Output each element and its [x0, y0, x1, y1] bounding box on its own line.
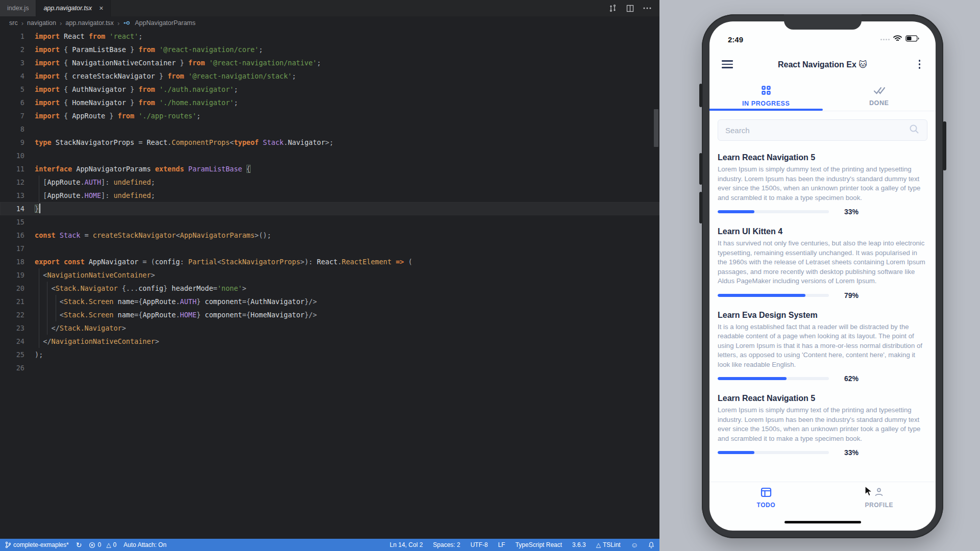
grid-icon: [761, 85, 771, 97]
kebab-menu-icon[interactable]: [916, 58, 924, 71]
indentation-indicator[interactable]: Spaces: 2: [433, 541, 460, 548]
line-number: 14: [0, 202, 24, 215]
feedback-smiley[interactable]: ☺: [631, 541, 638, 549]
search-field[interactable]: [718, 119, 927, 141]
breadcrumb-item-file[interactable]: app.navigator.tsx: [65, 19, 114, 27]
cellular-signal-icon: [880, 39, 890, 40]
home-indicator[interactable]: [785, 521, 861, 523]
breadcrumb-item-src[interactable]: src: [9, 19, 18, 27]
tab-in-progress[interactable]: IN PROGRESS: [709, 82, 823, 111]
code-text: }: [35, 202, 39, 215]
code-line[interactable]: 15: [0, 215, 659, 229]
progress-fill: [718, 377, 787, 380]
progress-row: 62%: [718, 374, 927, 383]
notifications-bell[interactable]: [648, 541, 654, 548]
line-number: 23: [0, 321, 24, 335]
breadcrumb-item-navigation[interactable]: navigation: [27, 19, 56, 27]
code-line[interactable]: 10: [0, 149, 659, 162]
line-number: 13: [0, 189, 24, 202]
code-line[interactable]: 21 <Stack.Screen name={AppRoute.AUTH} co…: [0, 295, 659, 308]
line-number: 11: [0, 162, 24, 176]
code-line[interactable]: 3import { NavigationNativeContainer } fr…: [0, 56, 659, 69]
code-line[interactable]: 8: [0, 122, 659, 136]
code-line[interactable]: 9type StackNavigatorProps = React.Compon…: [0, 136, 659, 149]
problems-indicator[interactable]: 0 △ 0: [89, 541, 116, 548]
tab-app-navigator-tsx[interactable]: app.navigator.tsx ×: [36, 0, 111, 16]
line-number: 15: [0, 215, 24, 229]
code-line[interactable]: 1import React from 'react';: [0, 30, 659, 43]
smiley-icon: ☺: [631, 541, 638, 549]
line-number: 19: [0, 268, 24, 282]
split-editor-icon[interactable]: [626, 5, 634, 12]
cursor-position[interactable]: Ln 14, Col 2: [390, 541, 423, 548]
warning-icon: △: [596, 541, 601, 548]
breadcrumb-item-symbol[interactable]: AppNavigatorParams: [135, 19, 195, 27]
code-line[interactable]: 17: [0, 242, 659, 255]
code-text: import { ParamListBase } from '@react-na…: [35, 43, 263, 56]
sync-button[interactable]: ↻: [76, 541, 82, 549]
todo-card[interactable]: Learn Eva Design SystemIt is a long esta…: [709, 304, 936, 387]
close-icon[interactable]: ×: [99, 4, 103, 12]
code-line[interactable]: 13 [AppRoute.HOME]: undefined;: [0, 189, 659, 202]
code-line[interactable]: 12 [AppRoute.AUTH]: undefined;: [0, 176, 659, 189]
eol-indicator[interactable]: LF: [498, 541, 505, 548]
code-line[interactable]: 6import { HomeNavigator } from './home.n…: [0, 96, 659, 109]
progress-row: 79%: [718, 291, 927, 299]
code-line[interactable]: 5import { AuthNavigator } from './auth.n…: [0, 83, 659, 96]
todo-card[interactable]: Learn React Navigation 5Lorem Ipsum is s…: [709, 387, 936, 461]
code-text: <NavigationNativeContainer>: [35, 268, 155, 282]
code-line[interactable]: 25);: [0, 348, 659, 361]
code-line[interactable]: 4import { createStackNavigator } from '@…: [0, 69, 659, 83]
code-line[interactable]: 23 </Stack.Navigator>: [0, 321, 659, 335]
todo-card[interactable]: Learn UI Kitten 4It has survived not onl…: [709, 220, 936, 304]
git-branch-icon: [5, 541, 11, 548]
todo-description: Lorem Ipsum is simply dummy text of the …: [718, 165, 927, 203]
page-title: React Navigation Ex 🐱: [709, 60, 936, 69]
silence-switch: [699, 84, 702, 107]
code-text: );: [35, 348, 43, 361]
code-text: import React from 'react';: [35, 30, 142, 43]
code-line[interactable]: 22 <Stack.Screen name={AppRoute.HOME} co…: [0, 308, 659, 321]
code-line[interactable]: 24 </NavigationNativeContainer>: [0, 335, 659, 348]
code-line[interactable]: 2import { ParamListBase } from '@react-n…: [0, 43, 659, 56]
tslint-indicator[interactable]: △ TSLint: [596, 541, 621, 548]
code-line[interactable]: 18export const AppNavigator = (config: P…: [0, 255, 659, 268]
editor-scrollbar[interactable]: [654, 109, 658, 147]
progress-fill: [718, 451, 754, 454]
git-branch-indicator[interactable]: complete-exmaples*: [5, 541, 69, 548]
ts-version[interactable]: 3.6.3: [572, 541, 586, 548]
search-input[interactable]: [725, 126, 909, 135]
todo-card[interactable]: Learn React Navigation 5Lorem Ipsum is s…: [709, 146, 936, 220]
code-text: <Stack.Navigator {...config} headerMode=…: [35, 282, 247, 295]
menu-icon[interactable]: [722, 60, 733, 68]
language-mode[interactable]: TypeScript React: [516, 541, 562, 548]
auto-attach-indicator[interactable]: Auto Attach: On: [124, 541, 166, 548]
code-text: const Stack = createStackNavigator<AppNa…: [35, 229, 271, 242]
person-icon: [874, 487, 884, 499]
code-line[interactable]: 7import { AppRoute } from './app-routes'…: [0, 109, 659, 122]
nav-item-todo[interactable]: TODO: [709, 482, 823, 513]
code-editor[interactable]: 1import React from 'react';2import { Par…: [0, 30, 659, 539]
code-line[interactable]: 11interface AppNavigatorParams extends P…: [0, 162, 659, 176]
error-icon: [89, 542, 95, 548]
tab-index-js[interactable]: index.js: [0, 0, 36, 16]
code-text: <Stack.Screen name={AppRoute.AUTH} compo…: [35, 295, 317, 308]
encoding-indicator[interactable]: UTF-8: [471, 541, 488, 548]
app-top-bar: React Navigation Ex 🐱: [709, 47, 936, 82]
code-line[interactable]: 19 <NavigationNativeContainer>: [0, 268, 659, 282]
more-actions-icon[interactable]: [643, 7, 651, 9]
open-changes-icon[interactable]: [609, 4, 617, 12]
nav-item-profile[interactable]: PROFILE: [823, 482, 936, 513]
code-text: [AppRoute.AUTH]: undefined;: [35, 176, 155, 189]
code-line[interactable]: 14}: [0, 202, 659, 215]
todo-description: It is a long established fact that a rea…: [718, 322, 927, 370]
tab-done[interactable]: DONE: [823, 82, 936, 111]
code-line[interactable]: 26: [0, 361, 659, 374]
code-line[interactable]: 20 <Stack.Navigator {...config} headerMo…: [0, 282, 659, 295]
progress-bar: [718, 377, 829, 380]
code-line[interactable]: 16const Stack = createStackNavigator<App…: [0, 229, 659, 242]
progress-label: 79%: [844, 291, 859, 299]
todo-description: Lorem Ipsum is simply dummy text of the …: [718, 406, 927, 443]
code-text: interface AppNavigatorParams extends Par…: [35, 162, 251, 176]
progress-row: 33%: [718, 208, 927, 216]
